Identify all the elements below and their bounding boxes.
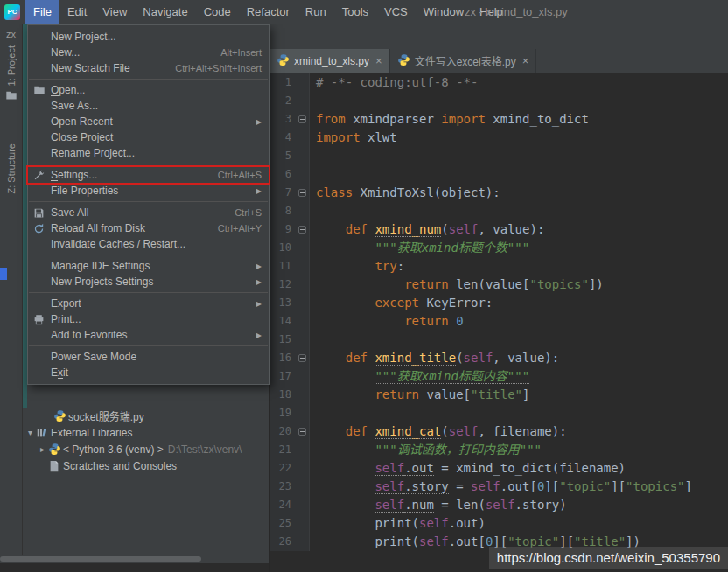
- menu-item-close-project[interactable]: Close Project: [28, 129, 269, 145]
- tab-close-icon[interactable]: ×: [375, 54, 382, 67]
- line-number: 13: [270, 294, 296, 312]
- menubar-item-tools[interactable]: Tools: [334, 0, 376, 24]
- menu-item-new-scratch-file[interactable]: New Scratch FileCtrl+Alt+Shift+Insert: [28, 60, 269, 76]
- menu-item-open-recent[interactable]: Open Recent▶: [28, 114, 269, 129]
- menu-item-invalidate-caches-restart[interactable]: Invalidate Caches / Restart...: [28, 236, 269, 252]
- menu-item-label: New Projects Settings: [51, 276, 153, 288]
- menu-item-new[interactable]: New...Alt+Insert: [28, 45, 269, 60]
- code-line-22: 22 self.out = xmind_to_dict(filename): [270, 459, 728, 478]
- chevron-right-icon[interactable]: ▸: [37, 444, 48, 454]
- fold-marker-icon[interactable]: [298, 189, 306, 197]
- menubar-item-refactor[interactable]: Refactor: [239, 0, 298, 24]
- tool-button-project[interactable]: 1: Project: [0, 45, 23, 105]
- code-line-2: 2: [270, 92, 728, 110]
- menu-item-label: Rename Project...: [51, 147, 135, 159]
- tab-label: 文件写入excel表格.py: [415, 53, 516, 68]
- menu-item-reload-all-from-disk[interactable]: Reload All from DiskCtrl+Alt+Y: [28, 220, 269, 236]
- menu-item-new-projects-settings[interactable]: New Projects Settings▶: [28, 274, 269, 289]
- line-number: 3: [270, 110, 296, 129]
- code-editor[interactable]: 1# -*- coding:utf-8 -*-23from xmindparse…: [270, 73, 728, 572]
- pycharm-window: PC FileEditViewNavigateCodeRefactorRunTo…: [0, 0, 728, 572]
- menubar-item-edit[interactable]: Edit: [60, 0, 94, 24]
- code-line-9: 9 def xmind_num(self, value):: [270, 220, 728, 239]
- file-menu-popup: New Project...New...Alt+InsertNew Scratc…: [27, 24, 270, 385]
- tree-item-python-3-6-venv[interactable]: ▸< Python 3.6 (venv) >D:\Test\zx\venv\: [23, 441, 269, 457]
- menu-separator: [29, 255, 268, 255]
- line-number: 18: [270, 386, 296, 404]
- editor-tab-excel-py[interactable]: 文件写入excel表格.py×: [390, 49, 537, 73]
- code-line-15: 15: [270, 331, 728, 349]
- menu-item-label: Open Recent: [51, 115, 113, 128]
- menu-item-export[interactable]: Export▶: [28, 296, 269, 311]
- line-number: 8: [270, 202, 296, 220]
- menu-item-power-save-mode[interactable]: Power Save Mode: [28, 349, 269, 365]
- menu-item-label: Save As...: [51, 100, 98, 112]
- code-line-19: 19: [270, 404, 728, 422]
- pycharm-logo-icon: PC: [4, 4, 20, 20]
- project-horizontal-scrollbar[interactable]: [0, 555, 269, 563]
- menu-item-manage-ide-settings[interactable]: Manage IDE Settings▶: [28, 258, 269, 274]
- menu-item-exit[interactable]: Exit: [28, 365, 269, 380]
- code-line-25: 25 print(self.out): [270, 514, 728, 533]
- menu-item-label: New Project...: [51, 31, 116, 43]
- menu-item-label: Power Save Mode: [51, 351, 136, 363]
- menubar-item-code[interactable]: Code: [196, 0, 239, 24]
- fold-marker-icon[interactable]: [298, 354, 306, 362]
- tab-close-icon[interactable]: ×: [522, 54, 529, 67]
- tree-item-socket-py[interactable]: socket服务端.py: [23, 408, 269, 424]
- menubar-item-view[interactable]: View: [94, 0, 135, 24]
- menubar-item-run[interactable]: Run: [298, 0, 334, 24]
- menubar-item-file[interactable]: File: [25, 0, 60, 24]
- menu-shortcut: Ctrl+S: [234, 207, 262, 218]
- menubar-item-window[interactable]: Window: [416, 0, 472, 24]
- printer-icon: [33, 314, 51, 325]
- menubar-item-navigate[interactable]: Navigate: [135, 0, 195, 24]
- code-line-4: 4import xlwt: [270, 129, 728, 147]
- line-number: 17: [270, 367, 296, 386]
- menu-item-settings[interactable]: Settings...Ctrl+Alt+S: [28, 167, 269, 183]
- code-line-3: 3from xmindparser import xmind_to_dict: [270, 110, 728, 129]
- menubar-item-vcs[interactable]: VCS: [376, 0, 416, 24]
- menu-item-new-project[interactable]: New Project...: [28, 29, 269, 45]
- menu-item-label: Settings...: [51, 169, 97, 181]
- menu-item-label: Print...: [51, 313, 81, 325]
- menu-item-label: Open...: [51, 84, 85, 96]
- line-number: 22: [270, 459, 296, 478]
- menu-item-open[interactable]: Open...: [28, 82, 269, 98]
- code-line-10: 10 """获取xmind标题个数""": [270, 239, 728, 257]
- menu-shortcut: Ctrl+Alt+Y: [218, 223, 262, 234]
- code-line-17: 17 """获取xmind标题内容""": [270, 367, 728, 386]
- menu-item-label: Invalidate Caches / Restart...: [51, 238, 186, 250]
- menu-item-rename-project[interactable]: Rename Project...: [28, 145, 269, 161]
- line-number: 9: [270, 220, 296, 239]
- tree-item-scratches-and-consoles[interactable]: Scratches and Consoles: [23, 457, 269, 474]
- fold-marker-icon[interactable]: [298, 428, 306, 436]
- code-line-11: 11 try:: [270, 257, 728, 276]
- menu-item-save-as[interactable]: Save As...: [28, 98, 269, 114]
- editor-tab-xmind-to-xls-py[interactable]: xmind_to_xls.py×: [270, 49, 390, 73]
- line-number: 2: [270, 92, 296, 110]
- wrench-icon: [33, 170, 51, 181]
- reload-icon: [33, 223, 51, 234]
- menu-separator: [29, 292, 268, 293]
- menu-item-save-all[interactable]: Save AllCtrl+S: [28, 205, 269, 220]
- menu-item-print[interactable]: Print...: [28, 311, 269, 327]
- menu-item-add-to-favorites[interactable]: Add to Favorites▶: [28, 327, 269, 343]
- chevron-down-icon[interactable]: ▾: [24, 428, 36, 437]
- menu-item-file-properties[interactable]: File Properties▶: [28, 183, 269, 199]
- tool-button-structure[interactable]: Z: Structure: [0, 143, 23, 193]
- menu-separator: [29, 345, 268, 346]
- tree-item-external-libraries[interactable]: ▾External Libraries: [23, 424, 269, 441]
- tool-window-bar: zx 1: Project Z: Structure: [0, 24, 23, 572]
- code-line-21: 21 """调试函数，打印内容用""": [270, 441, 728, 459]
- code-line-1: 1# -*- coding:utf-8 -*-: [270, 73, 728, 92]
- line-number: 26: [270, 533, 296, 551]
- fold-marker-icon[interactable]: [298, 226, 306, 234]
- tree-item-label: External Libraries: [51, 427, 132, 439]
- line-number: 4: [270, 129, 296, 147]
- fold-marker-icon[interactable]: [298, 115, 306, 123]
- navigation-bar: [270, 24, 728, 49]
- tree-item-path: D:\Test\zx\venv\: [168, 443, 242, 456]
- menu-item-label: Save All: [51, 206, 88, 219]
- scrollbar-thumb[interactable]: [0, 556, 201, 562]
